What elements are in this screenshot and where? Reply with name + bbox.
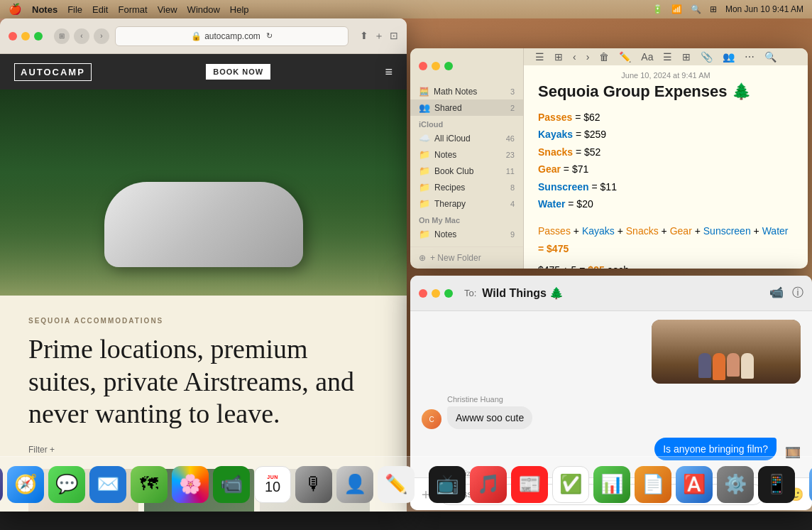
- dock-music[interactable]: 🎵: [470, 466, 507, 503]
- dock-pages[interactable]: 📄: [635, 466, 671, 503]
- math-notes-label: Math Notes: [434, 87, 477, 97]
- notes-body[interactable]: Passes = $62 Kayaks = $259 Snacks = $52 …: [524, 109, 808, 269]
- dock-launchpad[interactable]: ⊞: [0, 466, 3, 503]
- messages-info-icon[interactable]: ⓘ: [792, 286, 803, 301]
- allicloud-item[interactable]: ☁️ All iCloud 46: [410, 130, 523, 146]
- allicloud-left: ☁️ All iCloud: [419, 133, 471, 144]
- dock-airdrop[interactable]: 📡: [809, 466, 812, 503]
- shared-item[interactable]: 👥 Shared 2: [410, 99, 523, 116]
- bookclub-item[interactable]: 📁 Book Club 11: [410, 163, 523, 179]
- app-name[interactable]: Notes: [32, 4, 57, 15]
- therapy-left: 📁 Therapy: [419, 198, 466, 209]
- section-label: SEQUOIA ACCOMMODATIONS: [28, 317, 378, 325]
- messages-close-button[interactable]: [419, 289, 427, 298]
- shared-icon: 👥: [419, 102, 430, 113]
- dock-mail[interactable]: ✉️: [89, 466, 126, 503]
- recipes-item[interactable]: 📁 Recipes 8: [410, 179, 523, 195]
- sidebar-toggle[interactable]: ⊞: [54, 28, 70, 44]
- notes-folder-item[interactable]: 📁 Notes 23: [410, 146, 523, 163]
- dock-iphone[interactable]: 📱: [758, 466, 795, 503]
- dock-photos[interactable]: 🌸: [172, 466, 209, 503]
- hamburger-menu[interactable]: ≡: [385, 65, 393, 80]
- notes-division: $475 ÷ 5 = $95 each: [538, 262, 794, 269]
- reload-icon[interactable]: ↻: [266, 31, 273, 40]
- notes-date: June 10, 2024 at 9:41 AM: [524, 65, 808, 82]
- forward-button[interactable]: ›: [94, 28, 109, 44]
- menu-file[interactable]: File: [67, 4, 82, 15]
- notes-collab-btn[interactable]: 👥: [720, 48, 737, 65]
- dock-messages[interactable]: 💬: [48, 466, 85, 503]
- menu-view[interactable]: View: [158, 4, 177, 15]
- messages-minimize-button[interactable]: [432, 289, 440, 298]
- water-eq-label: Water: [762, 225, 789, 237]
- apple-logo[interactable]: 🍎: [9, 3, 22, 16]
- close-button[interactable]: [9, 32, 17, 40]
- control-center-icon[interactable]: ⊞: [710, 4, 717, 14]
- notes-folder-count: 23: [506, 151, 515, 159]
- christine-message-row: C Awww soo cute: [422, 406, 801, 429]
- menu-edit[interactable]: Edit: [92, 4, 108, 15]
- mac-notes-item[interactable]: 📁 Notes 9: [410, 226, 523, 242]
- notes-back-btn[interactable]: ‹: [570, 48, 579, 65]
- filter-button[interactable]: Filter +: [28, 445, 378, 455]
- therapy-item[interactable]: 📁 Therapy 4: [410, 195, 523, 212]
- notes-checklist-btn[interactable]: ☰: [660, 48, 675, 65]
- notes-maximize-button[interactable]: [444, 62, 453, 70]
- battery-icon: 🔋: [652, 4, 663, 14]
- math-notes-count: 3: [510, 87, 515, 96]
- dock-contacts[interactable]: 👤: [336, 466, 373, 503]
- address-bar[interactable]: 🔒 autocamp.com ↻: [115, 26, 349, 46]
- browser-titlebar: ⊞ ‹ › 🔒 autocamp.com ↻ ⬆ ＋ ⊡: [0, 18, 407, 54]
- maximize-button[interactable]: [34, 32, 43, 40]
- dock-appstore[interactable]: 🅰️: [676, 466, 713, 503]
- photo-message: [652, 320, 801, 384]
- dock-numbers[interactable]: 📊: [593, 466, 630, 503]
- math-notes-item[interactable]: 🧮 Math Notes 3: [410, 84, 523, 99]
- minimize-button[interactable]: [21, 32, 30, 40]
- menu-help[interactable]: Help: [230, 4, 249, 15]
- book-now-button[interactable]: BOOK NOW: [206, 64, 270, 80]
- recipes-icon: 📁: [419, 182, 430, 193]
- browser-content: AUTOCAMP BOOK NOW ≡ SEQUOIA ACCOMMODATIO…: [0, 54, 407, 512]
- share-icon[interactable]: ⬆: [360, 30, 368, 43]
- facetime-video-icon[interactable]: 📹: [769, 286, 784, 301]
- back-button[interactable]: ‹: [74, 28, 89, 44]
- notes-grid-view-btn[interactable]: ⊞: [552, 48, 566, 65]
- dock-news[interactable]: 📰: [511, 466, 548, 503]
- new-tab-icon[interactable]: ＋: [374, 30, 384, 43]
- notes-title: Sequoia Group Expenses 🌲: [524, 82, 808, 109]
- notes-more-btn[interactable]: ⋯: [742, 48, 757, 65]
- notes-table-btn[interactable]: ⊞: [679, 48, 693, 65]
- dock-appletv[interactable]: 📺: [429, 466, 466, 503]
- notes-list-view-btn[interactable]: ☰: [532, 48, 547, 65]
- dock-freeform[interactable]: ✏️: [378, 466, 415, 503]
- passes-eq-label: Passes: [538, 225, 571, 237]
- notes-minimize-button[interactable]: [432, 62, 440, 70]
- messages-maximize-button[interactable]: [444, 289, 453, 298]
- dock-facetime[interactable]: 📹: [213, 466, 250, 503]
- search-icon[interactable]: 🔍: [691, 4, 701, 14]
- menu-window[interactable]: Window: [187, 4, 220, 15]
- notes-attachment-btn[interactable]: 📎: [698, 48, 715, 65]
- dock-safari[interactable]: 🧭: [7, 466, 44, 503]
- shared-left: 👥 Shared: [419, 102, 462, 113]
- dock-system-prefs[interactable]: ⚙️: [717, 466, 754, 503]
- new-folder-button[interactable]: ⊕ + New Folder: [410, 247, 523, 269]
- division-text: $475 ÷ 5 =: [538, 264, 585, 269]
- notes-compose-btn[interactable]: ✏️: [616, 48, 634, 65]
- browser-nav: ⊞ ‹ ›: [54, 28, 109, 44]
- dock-siri[interactable]: 🎙: [295, 466, 332, 503]
- bookclub-label: Book Club: [434, 166, 473, 176]
- notes-delete-btn[interactable]: 🗑: [596, 48, 612, 65]
- dock-calendar[interactable]: JUN 10: [254, 466, 291, 503]
- sunscreen-eq-label: Sunscreen: [703, 225, 751, 237]
- notes-close-button[interactable]: [419, 62, 427, 70]
- notes-search-btn[interactable]: 🔍: [762, 48, 779, 65]
- dock-reminders[interactable]: ✅: [552, 466, 589, 503]
- mac-notes-left: 📁 Notes: [419, 229, 456, 239]
- extensions-icon[interactable]: ⊡: [390, 30, 398, 43]
- notes-format-btn[interactable]: Aa: [638, 48, 656, 65]
- dock-maps[interactable]: 🗺: [131, 466, 168, 503]
- menu-format[interactable]: Format: [118, 4, 147, 15]
- notes-forward-btn[interactable]: ›: [583, 48, 593, 65]
